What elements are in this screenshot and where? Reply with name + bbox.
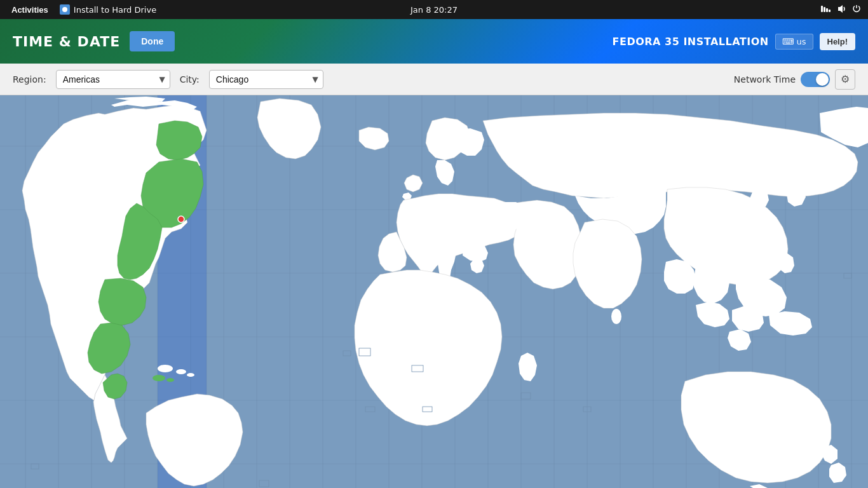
- map-container[interactable]: [0, 95, 868, 488]
- network-time-section: Network Time ⚙: [734, 69, 855, 90]
- region-select[interactable]: Americas: [56, 70, 170, 89]
- install-title: FEDORA 35 INSTALLATION: [613, 36, 769, 48]
- world-map[interactable]: [0, 95, 868, 488]
- done-button[interactable]: Done: [130, 31, 175, 51]
- power-icon: [851, 4, 862, 16]
- svg-marker-5: [838, 5, 843, 13]
- keyboard-indicator[interactable]: ⌨ us: [775, 34, 813, 50]
- svg-rect-4: [829, 10, 831, 12]
- svg-point-46: [153, 375, 165, 381]
- app-indicator: Install to Hard Drive: [60, 4, 156, 15]
- svg-point-41: [158, 365, 173, 372]
- svg-point-42: [176, 369, 186, 374]
- datetime-label: Jan 8 20:27: [410, 5, 458, 15]
- activities-button[interactable]: Activities: [6, 3, 53, 17]
- svg-point-47: [166, 378, 174, 382]
- keyboard-lang-label: us: [796, 37, 806, 46]
- svg-point-43: [187, 373, 194, 377]
- city-select[interactable]: Chicago: [209, 70, 323, 89]
- keyboard-icon: ⌨: [782, 37, 794, 46]
- svg-point-45: [178, 216, 184, 222]
- system-bar: Activities Install to Hard Drive Jan 8 2…: [0, 0, 868, 19]
- svg-rect-2: [824, 7, 825, 12]
- svg-rect-1: [821, 6, 823, 12]
- network-time-toggle[interactable]: [801, 72, 830, 87]
- header-bar: TIME & DATE Done FEDORA 35 INSTALLATION …: [0, 19, 868, 64]
- svg-rect-3: [826, 8, 828, 12]
- network-time-label: Network Time: [734, 74, 796, 85]
- app-icon: [60, 4, 70, 15]
- region-label: Region:: [13, 74, 46, 85]
- app-name-label: Install to Hard Drive: [74, 5, 156, 15]
- city-select-wrapper: Chicago ▼: [209, 70, 323, 89]
- help-button[interactable]: Help!: [820, 33, 856, 50]
- gear-icon: ⚙: [841, 73, 850, 85]
- svg-point-44: [611, 309, 621, 324]
- page-title: TIME & DATE: [13, 34, 120, 50]
- svg-point-0: [62, 7, 67, 12]
- volume-icon: [836, 4, 846, 16]
- toolbar: Region: Americas ▼ City: Chicago ▼ Netwo…: [0, 64, 868, 95]
- city-label: City:: [180, 74, 200, 85]
- region-select-wrapper: Americas ▼: [56, 70, 170, 89]
- network-icon: [821, 4, 831, 16]
- network-time-gear-button[interactable]: ⚙: [835, 69, 855, 90]
